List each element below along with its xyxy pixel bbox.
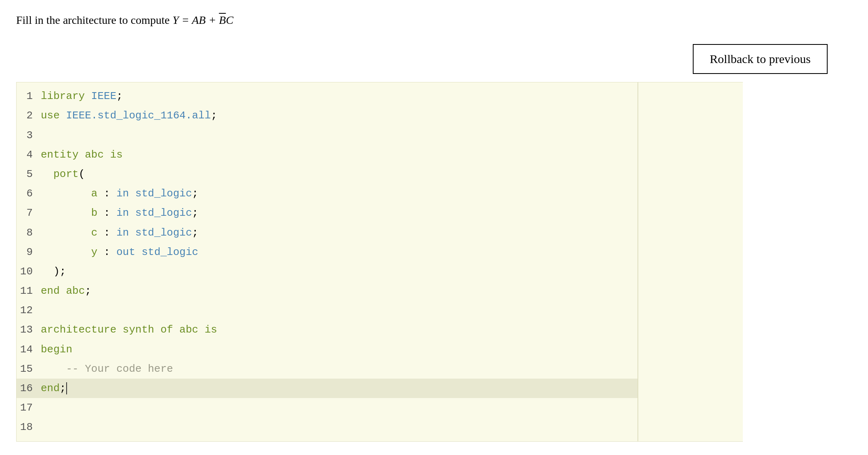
line-content: end; xyxy=(41,379,637,397)
line-number: 17 xyxy=(17,399,41,417)
code-line: 10 ); xyxy=(17,262,637,281)
code-line: 5 port( xyxy=(17,164,637,184)
line-content: a : in std_logic; xyxy=(41,185,637,202)
code-editor-container: 1 library IEEE; 2 use IEEE.std_logic_116… xyxy=(16,82,743,441)
line-content xyxy=(41,126,637,144)
code-line: 15 -- Your code here xyxy=(17,359,637,379)
code-line: 9 y : out std_logic xyxy=(17,242,637,262)
line-number: 10 xyxy=(17,263,41,280)
line-number: 4 xyxy=(17,146,41,164)
line-number: 11 xyxy=(17,282,41,300)
rollback-button[interactable]: Rollback to previous xyxy=(693,44,828,74)
line-number: 14 xyxy=(17,341,41,358)
code-line: 11 end abc; xyxy=(17,281,637,301)
code-line: 14 begin xyxy=(17,340,637,359)
line-content xyxy=(41,418,637,436)
line-content xyxy=(41,399,637,417)
code-line: 18 xyxy=(17,417,637,437)
line-number: 2 xyxy=(17,107,41,124)
line-content: b : in std_logic; xyxy=(41,204,637,222)
line-content: c : in std_logic; xyxy=(41,224,637,242)
line-number: 15 xyxy=(17,360,41,378)
formula: Y = AB + BC xyxy=(172,14,233,26)
code-line: 6 a : in std_logic; xyxy=(17,184,637,203)
line-number: 5 xyxy=(17,165,41,183)
code-line: 3 xyxy=(17,126,637,145)
code-line: 7 b : in std_logic; xyxy=(17,203,637,223)
line-content: y : out std_logic xyxy=(41,243,637,261)
line-number: 8 xyxy=(17,224,41,242)
line-number: 16 xyxy=(17,379,41,397)
line-number: 9 xyxy=(17,243,41,261)
line-number: 7 xyxy=(17,204,41,222)
code-line: 17 xyxy=(17,398,637,417)
line-number: 3 xyxy=(17,126,41,144)
line-content: ); xyxy=(41,263,637,280)
line-content: architecture synth of abc is xyxy=(41,321,637,339)
code-editor[interactable]: 1 library IEEE; 2 use IEEE.std_logic_116… xyxy=(16,82,638,441)
line-content: library IEEE; xyxy=(41,87,637,105)
line-number: 1 xyxy=(17,87,41,105)
line-content: begin xyxy=(41,341,637,358)
code-line: 12 xyxy=(17,301,637,320)
code-line: 4 entity abc is xyxy=(17,145,637,164)
line-content: entity abc is xyxy=(41,146,637,164)
line-number: 6 xyxy=(17,185,41,202)
code-line: 2 use IEEE.std_logic_1164.all; xyxy=(17,106,637,125)
instruction-area: Fill in the architecture to compute Y = … xyxy=(16,12,852,28)
toolbar: Rollback to previous xyxy=(16,44,852,74)
instruction-text: Fill in the architecture to compute Y = … xyxy=(16,12,852,28)
line-content: end abc; xyxy=(41,282,637,300)
line-number: 13 xyxy=(17,321,41,339)
code-line-highlighted: 16 end; xyxy=(17,379,637,398)
line-number: 18 xyxy=(17,418,41,436)
line-number: 12 xyxy=(17,301,41,319)
line-content: port( xyxy=(41,165,637,183)
code-line: 13 architecture synth of abc is xyxy=(17,320,637,339)
line-content: -- Your code here xyxy=(41,360,637,378)
code-line: 1 library IEEE; xyxy=(17,86,637,106)
right-panel xyxy=(638,82,743,441)
line-content: use IEEE.std_logic_1164.all; xyxy=(41,107,637,124)
code-line: 8 c : in std_logic; xyxy=(17,223,637,242)
line-content xyxy=(41,301,637,319)
